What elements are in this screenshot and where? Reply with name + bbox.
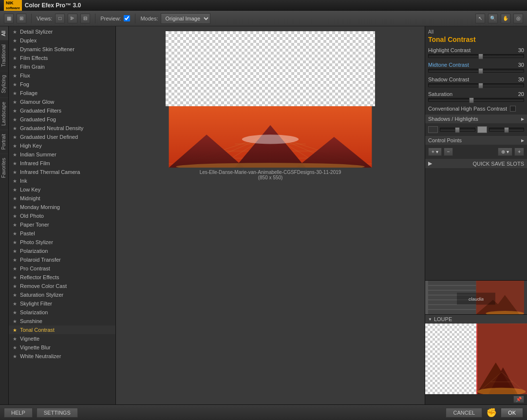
highlight-contrast-slider[interactable] xyxy=(428,54,524,58)
preview-area: Les-Elle-Danse-Marie-van-Animabelle-CGSF… xyxy=(116,26,425,404)
filter-item[interactable]: ★Photo Stylizer xyxy=(9,238,115,247)
right-panel-content: All Tonal Contrast Highlight Contrast 30… xyxy=(425,26,527,280)
filter-item[interactable]: ★Infrared Thermal Camera xyxy=(9,168,115,176)
shadows-highlights-arrow: ▶ xyxy=(521,117,524,121)
loupe-header[interactable]: ▼ LOUPE xyxy=(425,315,527,324)
filter-item[interactable]: ★Remove Color Cast xyxy=(9,282,115,290)
filter-item[interactable]: ★Sunshine xyxy=(9,317,115,325)
remove-control-point-btn[interactable]: − xyxy=(444,148,453,156)
loupe-pin-button[interactable]: 📌 xyxy=(513,396,524,403)
filter-item[interactable]: ★Paper Toner xyxy=(9,220,115,229)
highlight-swatch[interactable] xyxy=(477,126,487,133)
filter-item[interactable]: ★Graduated Fog xyxy=(9,115,115,124)
filter-name: Flux xyxy=(20,73,30,78)
filter-item[interactable]: ★Tonal Contrast xyxy=(9,325,115,334)
filter-star-icon: ★ xyxy=(13,82,17,87)
filter-item[interactable]: ★Polaroid Transfer xyxy=(9,255,115,264)
filter-item[interactable]: ★Low Key xyxy=(9,185,115,194)
filter-item[interactable]: ★Indian Summer xyxy=(9,150,115,159)
filter-item[interactable]: ★Dynamic Skin Softener xyxy=(9,45,115,54)
view-single[interactable]: □ xyxy=(55,14,65,23)
settings-button[interactable]: SETTINGS xyxy=(37,408,78,418)
filter-name: Glamour Glow xyxy=(20,99,54,105)
filter-item[interactable]: ★Glamour Glow xyxy=(9,97,115,106)
filter-star-icon: ★ xyxy=(13,345,17,350)
control-points-header[interactable]: Control Points ▶ xyxy=(425,136,527,145)
view-split-h[interactable]: ⫸ xyxy=(68,14,77,23)
cat-tab-portrait[interactable]: Portrait xyxy=(0,130,8,153)
cat-tab-all[interactable]: All xyxy=(0,26,8,40)
cp-btn-2[interactable]: ⊕ ▾ xyxy=(498,148,512,156)
filter-item[interactable]: ★Old Photo xyxy=(9,211,115,220)
modes-dropdown[interactable]: Original Image xyxy=(161,13,210,24)
highlight-contrast-label: Highlight Contrast xyxy=(428,47,471,53)
landscape-svg xyxy=(166,106,375,168)
filter-item[interactable]: ★Fog xyxy=(9,80,115,89)
filter-item[interactable]: ★Reflector Effects xyxy=(9,273,115,282)
cat-tab-stylizing[interactable]: Stylizing xyxy=(0,71,8,97)
conventional-checkbox[interactable] xyxy=(510,106,516,112)
filter-item[interactable]: ★Foliage xyxy=(9,89,115,97)
filter-item[interactable]: ★Infrared Film xyxy=(9,159,115,168)
filter-item[interactable]: ★Solarization xyxy=(9,308,115,317)
filter-name: Pro Contrast xyxy=(20,266,50,271)
cp-btn-3[interactable]: + xyxy=(514,148,524,156)
filter-name: Dynamic Skin Softener xyxy=(20,46,75,52)
filter-item[interactable]: ★Saturation Stylizer xyxy=(9,290,115,299)
filter-star-icon: ★ xyxy=(13,178,17,184)
add-control-point-btn[interactable]: + ▾ xyxy=(428,148,442,156)
filter-item[interactable]: ★Film Grain xyxy=(9,62,115,71)
shadows-highlights-header[interactable]: Shadows / Highlights ▶ xyxy=(425,115,527,123)
filter-item[interactable]: ★White Neutralizer xyxy=(9,352,115,361)
view-btn-2[interactable]: ⊞ xyxy=(17,14,26,23)
filter-item[interactable]: ★Vignette xyxy=(9,334,115,343)
effect-title: Tonal Contrast xyxy=(428,36,524,43)
shadows-slider[interactable] xyxy=(440,128,475,132)
filter-item[interactable]: ★Monday Morning xyxy=(9,203,115,211)
filter-star-icon: ★ xyxy=(13,117,17,122)
filter-star-icon: ★ xyxy=(13,319,17,324)
filter-name: Duplex xyxy=(20,38,37,43)
midtone-contrast-slider[interactable] xyxy=(428,69,524,73)
cancel-button[interactable]: CANCEL xyxy=(446,408,482,418)
filter-item[interactable]: ★Film Effects xyxy=(9,54,115,62)
filter-item[interactable]: ★Midnight xyxy=(9,194,115,203)
filter-item[interactable]: ★Vignette Blur xyxy=(9,343,115,352)
filter-item[interactable]: ★Graduated Neutral Density xyxy=(9,124,115,133)
filter-item[interactable]: ★Detail Stylizer xyxy=(9,27,115,36)
highlights-slider[interactable] xyxy=(489,128,525,132)
quick-save-header[interactable]: ▶ QUICK SAVE SLOTS xyxy=(425,159,527,168)
saturation-slider[interactable] xyxy=(428,98,524,102)
tool-arrow[interactable]: ↖ xyxy=(475,14,485,23)
filter-item[interactable]: ★Polarization xyxy=(9,247,115,255)
view-split-v[interactable]: ⊟ xyxy=(80,14,90,23)
shadow-contrast-control: Shadow Contrast 30 xyxy=(428,76,524,87)
cat-tab-landscape[interactable]: Landscape xyxy=(0,97,8,130)
filter-item[interactable]: ★High Key xyxy=(9,141,115,150)
views-label: Views: xyxy=(37,16,52,21)
filter-item[interactable]: ★Pro Contrast xyxy=(9,264,115,273)
cat-tab-favorites[interactable]: Favorites xyxy=(0,153,8,182)
filter-item[interactable]: ★Pastel xyxy=(9,229,115,238)
filter-item[interactable]: ★Flux xyxy=(9,71,115,80)
shadow-swatch[interactable] xyxy=(428,126,438,133)
tool-loupe[interactable]: ◎ xyxy=(513,14,523,23)
tool-hand[interactable]: ✋ xyxy=(501,14,510,23)
filter-item[interactable]: ★Duplex xyxy=(9,36,115,45)
filter-item[interactable]: ★Graduated Filters xyxy=(9,106,115,115)
view-btn-1[interactable]: ▦ xyxy=(4,14,14,23)
help-button[interactable]: HELP xyxy=(4,408,33,418)
filter-name: Infrared Film xyxy=(20,160,50,166)
filter-item[interactable]: ★Graduated User Defined xyxy=(9,133,115,141)
ok-button[interactable]: OK xyxy=(501,408,523,418)
filter-name: Polaroid Transfer xyxy=(20,257,61,263)
bottom-bar: HELP SETTINGS CANCEL ✊ OK xyxy=(0,404,527,420)
preview-checkbox[interactable] xyxy=(124,15,130,21)
filter-item[interactable]: ★Ink xyxy=(9,176,115,185)
title-bar: NIKsoftware Color Efex Pro™ 3.0 xyxy=(0,0,527,11)
loupe-checker xyxy=(425,324,476,394)
shadow-contrast-slider[interactable] xyxy=(428,83,524,87)
filter-item[interactable]: ★Skylight Filter xyxy=(9,299,115,308)
tool-zoom[interactable]: 🔍 xyxy=(488,14,498,23)
cat-tab-traditional[interactable]: Traditional xyxy=(0,40,8,71)
